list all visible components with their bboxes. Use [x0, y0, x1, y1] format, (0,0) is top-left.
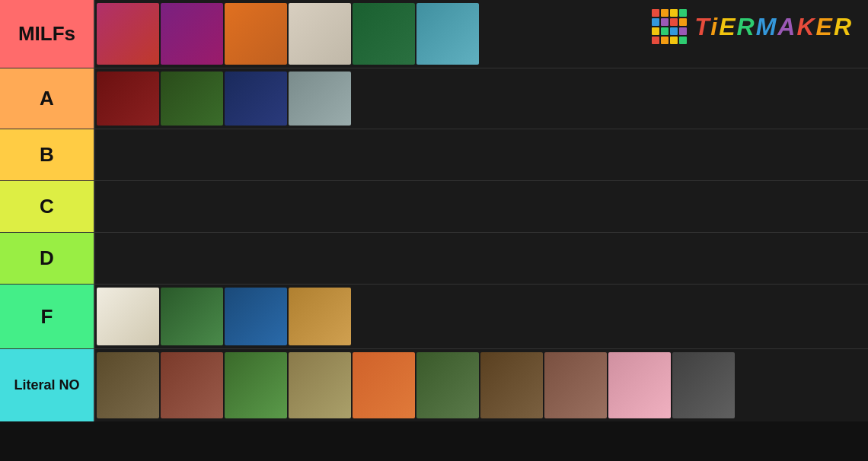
tier-content-b	[95, 129, 868, 180]
list-item	[480, 352, 543, 418]
list-item	[608, 352, 671, 418]
list-item	[97, 72, 159, 126]
logo-cell	[670, 9, 678, 17]
list-item	[161, 352, 223, 418]
list-item	[289, 288, 351, 345]
tier-row-a: A	[0, 68, 868, 129]
tier-label-d: D	[0, 233, 95, 284]
list-item	[161, 288, 223, 345]
tier-content-a	[95, 68, 868, 129]
list-item	[672, 352, 735, 418]
tier-row-literal-no: Literal NO	[0, 349, 868, 421]
tier-content-d	[95, 233, 868, 284]
logo-grid	[652, 9, 687, 44]
logo-cell	[679, 27, 687, 35]
tier-row-f: F	[0, 285, 868, 349]
list-item	[225, 352, 287, 418]
logo-cell	[679, 18, 687, 26]
tier-content-f	[95, 285, 868, 348]
tier-label-f: F	[0, 285, 95, 348]
list-item	[97, 352, 159, 418]
tier-row-b: B	[0, 129, 868, 181]
tier-list: TiERMAKER MILFs A B	[0, 0, 868, 461]
list-item	[416, 3, 479, 65]
logo-cell	[661, 27, 669, 35]
list-item	[544, 352, 607, 418]
logo-cell	[679, 37, 687, 44]
list-item	[416, 352, 479, 418]
logo-cell	[670, 37, 678, 44]
list-item	[225, 3, 287, 65]
tier-label-literal-no: Literal NO	[0, 349, 95, 421]
tiermaker-logo: TiERMAKER	[652, 9, 853, 44]
list-item	[97, 288, 159, 345]
logo-cell	[661, 18, 669, 26]
list-item	[225, 72, 287, 126]
list-item	[161, 3, 223, 65]
list-item	[353, 352, 415, 418]
list-item	[97, 3, 159, 65]
tier-label-a: A	[0, 68, 95, 129]
list-item	[289, 352, 351, 418]
tier-label-c: C	[0, 181, 95, 232]
logo-cell	[661, 37, 669, 44]
logo-cell	[679, 9, 687, 17]
tier-content-c	[95, 181, 868, 232]
tier-row-c: C	[0, 181, 868, 233]
list-item	[225, 288, 287, 345]
list-item	[161, 72, 223, 126]
logo-text: TiERMAKER	[694, 13, 853, 41]
logo-cell	[652, 18, 659, 26]
list-item	[289, 72, 351, 126]
logo-cell	[670, 18, 678, 26]
logo-cell	[652, 9, 659, 17]
logo-cell	[652, 27, 659, 35]
logo-cell	[652, 37, 659, 44]
tier-row-d: D	[0, 233, 868, 285]
tier-label-milfs: MILFs	[0, 0, 95, 68]
logo-cell	[670, 27, 678, 35]
list-item	[289, 3, 351, 65]
list-item	[353, 3, 415, 65]
tier-content-literal-no	[95, 349, 868, 421]
tier-label-b: B	[0, 129, 95, 180]
logo-cell	[661, 9, 669, 17]
